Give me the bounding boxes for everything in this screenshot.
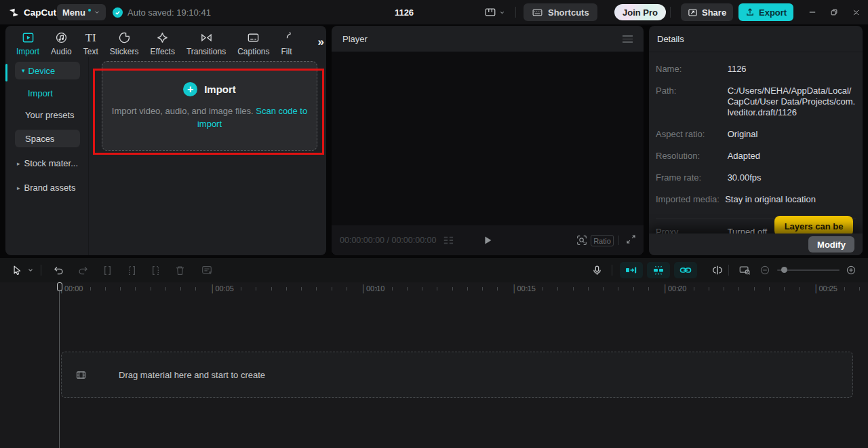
delete-left-button[interactable]	[123, 258, 140, 282]
ruler-tick	[829, 287, 830, 291]
timecode: 00:00:00:00 / 00:00:00:00	[340, 225, 437, 255]
select-tool-chevron[interactable]	[26, 258, 35, 282]
detail-value: 1126	[728, 64, 856, 75]
titlebar-divider	[670, 7, 671, 18]
timeline-ruler[interactable]: │00:00│00:05│00:10│00:15│00:20│00:25	[0, 282, 868, 295]
toolbar-divider	[612, 265, 612, 276]
ruler-tick	[332, 287, 332, 291]
layout-switch-button[interactable]	[484, 4, 505, 20]
ruler-tick	[633, 287, 634, 291]
delete-caption-button[interactable]	[199, 258, 215, 282]
autosave-text: Auto saved: 19:10:41	[127, 7, 211, 18]
sidebar-item-import[interactable]: Import	[28, 88, 53, 98]
window-minimize-button[interactable]	[804, 5, 821, 19]
app-name: CapCut	[24, 7, 56, 18]
preview-axis-button[interactable]	[709, 258, 726, 282]
fullscreen-icon[interactable]	[625, 234, 637, 245]
playhead[interactable]	[57, 282, 62, 291]
detail-row-aspect-ratio: Aspect ratio: Original	[656, 129, 856, 140]
zoom-in-button[interactable]	[843, 258, 859, 282]
menu-label: Menu	[62, 7, 85, 18]
auto-snap-toggle[interactable]	[620, 262, 643, 278]
fit-timeline-button[interactable]	[736, 258, 753, 282]
ruler-tick	[618, 287, 618, 291]
player-controls: 00:00:00:00 / 00:00:00:00 Ratio	[332, 225, 644, 255]
ruler-tick	[422, 287, 422, 291]
detail-row-frame-rate: Frame rate: 30.00fps	[656, 172, 856, 183]
link-toggle[interactable]	[674, 262, 697, 278]
ruler-tick	[528, 287, 528, 291]
export-icon	[745, 7, 755, 17]
tab-import[interactable]: Import	[16, 31, 39, 58]
main-track-magnet-toggle[interactable]	[647, 262, 670, 278]
sidebar-item-label: Stock mater...	[24, 158, 78, 168]
player-menu-icon[interactable]	[623, 35, 633, 43]
capcut-logo: CapCut	[8, 0, 56, 24]
delete-button[interactable]	[172, 258, 188, 282]
window-close-button[interactable]	[848, 5, 864, 19]
tab-label: Captions	[237, 47, 269, 56]
share-label: Share	[702, 7, 726, 18]
triangle-right-icon: ▸	[17, 185, 20, 191]
more-tabs-button[interactable]: »	[318, 35, 324, 49]
redo-button[interactable]	[75, 258, 91, 282]
sidebar-item-your-presets[interactable]: Your presets	[25, 110, 75, 120]
ruler-label: │00:05	[211, 284, 234, 293]
play-button[interactable]	[481, 234, 494, 246]
filters-tab-icon	[282, 31, 292, 44]
text-tab-icon: TI	[85, 31, 96, 44]
ruler-tick	[120, 287, 121, 291]
detail-row-name: Name: 1126	[656, 64, 856, 75]
ruler-tick	[256, 287, 256, 291]
share-button[interactable]: Share	[681, 3, 733, 21]
undo-button[interactable]	[50, 258, 66, 282]
zoom-out-button[interactable]	[757, 258, 773, 282]
record-voiceover-button[interactable]	[589, 258, 605, 282]
titlebar: CapCut Menu Auto saved: 19:10:41 1126 Sh…	[0, 0, 868, 24]
detail-label: Resolution:	[656, 151, 728, 162]
modify-button[interactable]: Modify	[808, 236, 854, 253]
tab-filters[interactable]: Filt	[281, 31, 292, 58]
sidebar-item-brand-assets[interactable]: ▸ Brand assets	[17, 183, 75, 193]
tab-label: Stickers	[110, 47, 139, 56]
playhead-line	[59, 291, 60, 448]
window-maximize-button[interactable]	[826, 5, 842, 19]
effects-tab-icon	[156, 31, 169, 44]
sidebar-item-stock-materials[interactable]: ▸ Stock mater...	[17, 158, 78, 168]
tab-effects[interactable]: Effects	[150, 31, 174, 58]
detail-label: Name:	[656, 64, 728, 75]
split-button[interactable]	[99, 258, 115, 282]
share-icon	[688, 7, 698, 18]
timeline-zoom-handle[interactable]	[781, 267, 787, 273]
tab-label: Effects	[150, 47, 174, 56]
ratio-button[interactable]: Ratio	[591, 235, 614, 246]
menu-button[interactable]: Menu	[57, 4, 106, 20]
detail-value: 30.00fps	[728, 172, 856, 183]
join-pro-button[interactable]: Join Pro	[614, 4, 666, 20]
ruler-tick	[497, 287, 498, 291]
detail-value: Adapted	[728, 151, 856, 162]
preview-zoom-icon[interactable]	[576, 234, 588, 246]
ruler-tick	[316, 287, 317, 291]
player-panel: Player 00:00:00:00 / 00:00:00:00 Ratio	[332, 26, 644, 255]
tab-captions[interactable]: Captions	[237, 31, 269, 58]
detail-label: Aspect ratio:	[656, 129, 728, 140]
chevron-down-icon	[499, 10, 505, 16]
sidebar-item-spaces[interactable]: Spaces	[15, 130, 80, 147]
sidebar-item-device[interactable]: ▾ Device	[15, 62, 80, 79]
select-tool-button[interactable]	[8, 258, 24, 282]
tab-text[interactable]: TI Text	[83, 31, 98, 58]
tab-stickers[interactable]: Stickers	[110, 31, 139, 58]
annotation-red-box	[93, 69, 324, 155]
toolbar-divider	[41, 265, 41, 276]
details-panel: Details Name: 1126 Path: C:/Users/NEHA/A…	[649, 26, 863, 255]
ruler-tick	[271, 287, 272, 291]
shortcuts-button[interactable]: Shortcuts	[524, 3, 597, 21]
tab-transitions[interactable]: Transitions	[186, 31, 226, 58]
tab-audio[interactable]: Audio	[51, 31, 72, 58]
timeline-dropzone[interactable]: Drag material here and start to create	[61, 352, 853, 398]
export-button[interactable]: Export	[738, 3, 793, 21]
tab-label: Import	[16, 47, 39, 56]
delete-right-button[interactable]	[147, 258, 163, 282]
ruler-tick	[226, 287, 226, 291]
